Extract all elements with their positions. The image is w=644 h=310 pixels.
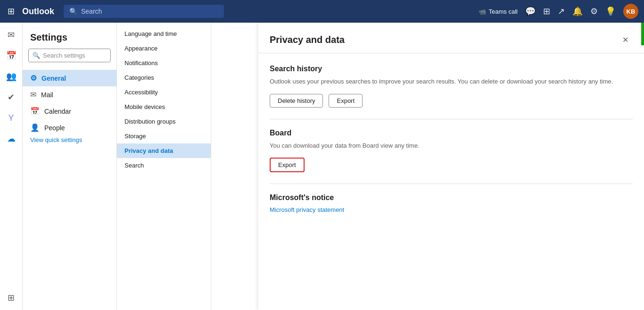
- board-section: Board You can download your data from Bo…: [270, 129, 633, 173]
- subnav-language[interactable]: Language and time: [117, 26, 211, 41]
- settings-title: Settings: [23, 32, 116, 49]
- search-input[interactable]: [81, 8, 218, 15]
- settings-nav-calendar[interactable]: 📅 Calendar: [23, 103, 116, 119]
- settings-search-box[interactable]: 🔍: [28, 49, 111, 62]
- rail-calendar-icon[interactable]: 📅: [3, 47, 20, 64]
- divider-1: [270, 119, 633, 119]
- subnav-categories[interactable]: Categories: [117, 70, 211, 85]
- waffle-icon[interactable]: ⊞: [6, 4, 17, 18]
- privacy-panel: Privacy and data ✕ Search history Outloo…: [258, 23, 644, 310]
- search-history-buttons: Delete history Export: [270, 94, 633, 108]
- board-buttons: Export: [270, 158, 633, 172]
- export-board-button[interactable]: Export: [270, 158, 305, 172]
- microsoft-notice-title: Microsoft's notice: [270, 193, 633, 202]
- export-search-button[interactable]: Export: [329, 94, 363, 108]
- privacy-content: Search history Outlook uses your previou…: [258, 53, 644, 310]
- delete-history-button[interactable]: Delete history: [270, 94, 323, 108]
- settings-subnav: Language and time Appearance Notificatio…: [117, 23, 211, 310]
- people-icon: 👤: [30, 123, 40, 132]
- video-icon: 📹: [479, 8, 486, 15]
- mail-icon: ✉: [30, 90, 36, 99]
- topbar: ⊞ Outlook 🔍 📹 Teams call 💬 ⊞ ↗ 🔔 ⚙ 💡 KB: [0, 0, 644, 23]
- search-history-desc: Outlook uses your previous searches to i…: [270, 77, 633, 86]
- settings-search-input[interactable]: [43, 52, 107, 59]
- right-accent-bar: [641, 23, 644, 45]
- settings-nav-mail[interactable]: ✉ Mail: [23, 86, 116, 103]
- privacy-panel-title: Privacy and data: [270, 34, 345, 45]
- search-history-section: Search history Outlook uses your previou…: [270, 65, 633, 108]
- settings-panel: Settings 🔍 ⚙ General ✉ Mail 📅 Calendar: [23, 23, 258, 310]
- avatar[interactable]: KB: [623, 4, 638, 19]
- rail-onedrive-icon[interactable]: ☁: [3, 130, 20, 147]
- view-quick-settings-link[interactable]: View quick settings: [23, 133, 90, 147]
- share-icon[interactable]: ↗: [558, 6, 565, 17]
- left-rail: ✉ 📅 👥 ✔ Y ☁ ⊞: [0, 23, 23, 310]
- help-icon[interactable]: 💡: [605, 6, 616, 17]
- teams-call-button[interactable]: 📹 Teams call: [479, 8, 518, 15]
- search-bar[interactable]: 🔍: [64, 5, 224, 18]
- settings-sidebar: Settings 🔍 ⚙ General ✉ Mail 📅 Calendar: [23, 23, 117, 310]
- app-layout: ✉ 📅 👥 ✔ Y ☁ ⊞ Settings 🔍 ⚙ General: [0, 23, 644, 310]
- general-icon: ⚙: [30, 74, 37, 83]
- settings-search-icon: 🔍: [33, 52, 40, 59]
- privacy-statement-link[interactable]: Microsoft privacy statement: [270, 206, 344, 213]
- search-history-title: Search history: [270, 65, 633, 73]
- app-logo: Outlook: [22, 7, 54, 17]
- topbar-right: 📹 Teams call 💬 ⊞ ↗ 🔔 ⚙ 💡 KB: [479, 4, 638, 19]
- settings-nav-general[interactable]: ⚙ General: [23, 70, 116, 86]
- apps-icon[interactable]: ⊞: [543, 6, 550, 17]
- rail-people-icon[interactable]: 👥: [3, 68, 20, 85]
- settings-icon[interactable]: ⚙: [590, 6, 598, 17]
- divider-2: [270, 184, 633, 184]
- rail-tasks-icon[interactable]: ✔: [3, 89, 20, 106]
- subnav-distribution[interactable]: Distribution groups: [117, 114, 211, 129]
- subnav-search[interactable]: Search: [117, 158, 211, 173]
- close-button[interactable]: ✕: [618, 32, 633, 47]
- subnav-accessibility[interactable]: Accessibility: [117, 85, 211, 100]
- rail-mail-icon[interactable]: ✉: [3, 26, 20, 43]
- subnav-privacy[interactable]: Privacy and data: [117, 143, 211, 158]
- rail-apps-icon[interactable]: ⊞: [3, 289, 20, 306]
- privacy-header: Privacy and data ✕: [258, 23, 644, 53]
- board-title: Board: [270, 129, 633, 137]
- rail-teams-icon[interactable]: Y: [3, 109, 20, 126]
- microsoft-notice-section: Microsoft's notice Microsoft privacy sta…: [270, 193, 633, 213]
- search-icon: 🔍: [69, 8, 77, 15]
- board-desc: You can download your data from Board vi…: [270, 141, 633, 151]
- subnav-storage[interactable]: Storage: [117, 129, 211, 143]
- notification-icon[interactable]: 🔔: [572, 6, 583, 17]
- chat-icon[interactable]: 💬: [525, 6, 536, 17]
- subnav-mobile[interactable]: Mobile devices: [117, 100, 211, 114]
- subnav-appearance[interactable]: Appearance: [117, 41, 211, 56]
- main-content: Settings 🔍 ⚙ General ✉ Mail 📅 Calendar: [23, 23, 644, 310]
- calendar-icon: 📅: [30, 107, 40, 116]
- subnav-notifications[interactable]: Notifications: [117, 56, 211, 70]
